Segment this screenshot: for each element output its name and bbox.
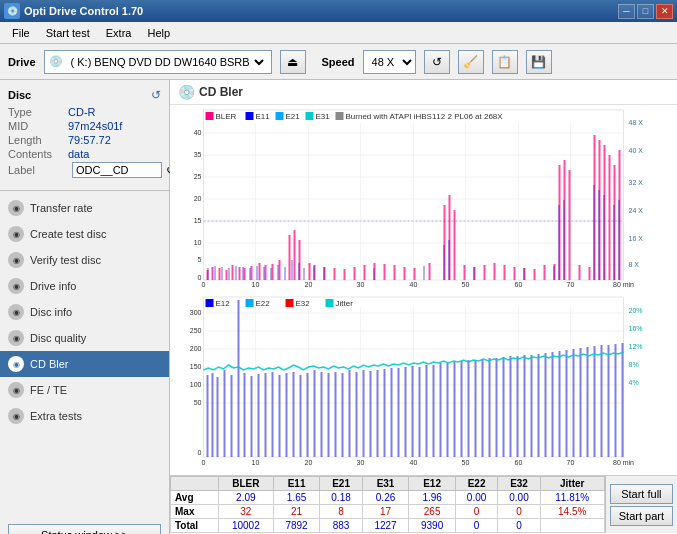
svg-rect-211 [454,362,456,457]
svg-text:70: 70 [567,281,575,288]
status-window-button[interactable]: Status window >> [8,524,161,534]
svg-rect-80 [464,265,466,280]
svg-rect-109 [264,267,265,280]
total-e22: 0 [455,519,497,533]
svg-text:16 X: 16 X [629,235,644,242]
sidebar-item-extra-tests[interactable]: ◉ Extra tests [0,403,169,429]
speed-dropdown[interactable]: 48 X [363,50,416,74]
svg-rect-98 [609,155,611,280]
svg-text:E31: E31 [316,112,331,121]
svg-rect-119 [424,266,425,280]
svg-text:40: 40 [410,459,418,466]
extra-tests-icon: ◉ [8,408,24,424]
sidebar: Disc ↺ Type CD-R MID 97m24s01f Length 79… [0,80,170,534]
extra-tests-label: Extra tests [30,410,82,422]
sidebar-item-disc-quality[interactable]: ◉ Disc quality [0,325,169,351]
svg-rect-184 [265,373,267,457]
svg-rect-83 [494,263,496,280]
copy-button[interactable]: 📋 [492,50,518,74]
label-input[interactable] [72,162,162,178]
svg-rect-53 [232,265,234,280]
eject-button[interactable]: ⏏ [280,50,306,74]
svg-rect-135 [246,299,254,307]
svg-rect-3 [246,112,254,120]
svg-rect-192 [321,372,323,457]
svg-text:80 min: 80 min [613,281,634,288]
svg-rect-207 [426,365,428,457]
drive-dropdown[interactable]: ( K:) BENQ DVD DD DW1640 BSRB [67,55,267,69]
right-panel: 💿 CD Bler BLER E11 E21 E31 Burned with A [170,80,677,534]
svg-rect-76 [429,263,431,280]
speed-label: Speed [322,56,355,68]
sidebar-item-disc-info[interactable]: ◉ Disc info [0,299,169,325]
svg-rect-187 [286,373,288,457]
svg-rect-82 [484,265,486,280]
svg-text:70: 70 [567,459,575,466]
menu-start-test[interactable]: Start test [38,22,98,43]
svg-rect-121 [449,240,450,280]
svg-text:0: 0 [198,449,202,456]
svg-rect-88 [544,265,546,280]
disc-info-icon: ◉ [8,304,24,320]
svg-rect-223 [538,354,540,457]
drive-select-container: 💿 ( K:) BENQ DVD DD DW1640 BSRB [44,50,272,74]
svg-text:0: 0 [202,459,206,466]
svg-rect-182 [251,376,253,457]
svg-rect-225 [552,352,554,457]
menu-extra[interactable]: Extra [98,22,140,43]
svg-text:60: 60 [515,281,523,288]
minimize-button[interactable]: ─ [618,4,635,19]
close-button[interactable]: ✕ [656,4,673,19]
max-e12: 265 [409,505,456,519]
contents-value: data [68,148,89,160]
svg-rect-222 [531,355,533,457]
save-button[interactable]: 💾 [526,50,552,74]
start-buttons-panel: Start full Start part [605,476,677,533]
start-full-button[interactable]: Start full [610,484,673,504]
svg-rect-197 [356,372,358,457]
svg-text:20: 20 [305,459,313,466]
erase-button[interactable]: 🧹 [458,50,484,74]
svg-rect-203 [398,368,400,457]
svg-rect-188 [293,372,295,457]
sidebar-item-transfer-rate[interactable]: ◉ Transfer rate [0,195,169,221]
svg-rect-232 [601,345,603,457]
svg-rect-229 [580,348,582,457]
chart-cd-icon: 💿 [178,84,195,100]
svg-rect-125 [559,205,560,280]
create-test-disc-icon: ◉ [8,226,24,242]
svg-text:E11: E11 [256,112,271,121]
fe-te-label: FE / TE [30,384,67,396]
svg-rect-127 [594,185,595,280]
svg-text:40: 40 [194,129,202,136]
sidebar-item-fe-te[interactable]: ◉ FE / TE [0,377,169,403]
svg-rect-185 [272,372,274,457]
sidebar-item-drive-info[interactable]: ◉ Drive info [0,273,169,299]
svg-rect-221 [524,355,526,457]
svg-rect-1 [206,112,214,120]
sidebar-item-verify-test-disc[interactable]: ◉ Verify test disc [0,247,169,273]
drive-disc-icon: 💿 [49,55,63,68]
svg-text:20: 20 [305,281,313,288]
svg-text:30: 30 [357,281,365,288]
table-row-total: Total 10002 7892 883 1227 9390 0 0 [171,519,605,533]
svg-rect-200 [377,370,379,457]
menu-file[interactable]: File [4,22,38,43]
col-header-e31: E31 [362,477,409,491]
svg-text:E12: E12 [216,299,231,308]
svg-text:24 X: 24 X [629,207,644,214]
svg-text:5: 5 [198,256,202,263]
sidebar-item-cd-bler[interactable]: ◉ CD Bler [0,351,169,377]
start-part-button[interactable]: Start part [610,506,673,526]
sidebar-item-create-test-disc[interactable]: ◉ Create test disc [0,221,169,247]
svg-text:300: 300 [190,309,202,316]
svg-text:0: 0 [202,281,206,288]
svg-rect-130 [614,205,615,280]
length-label: Length [8,134,68,146]
disc-refresh-icon[interactable]: ↺ [151,88,161,102]
svg-rect-230 [587,347,589,457]
svg-rect-186 [279,375,281,457]
menu-help[interactable]: Help [139,22,178,43]
maximize-button[interactable]: □ [637,4,654,19]
refresh-button[interactable]: ↺ [424,50,450,74]
